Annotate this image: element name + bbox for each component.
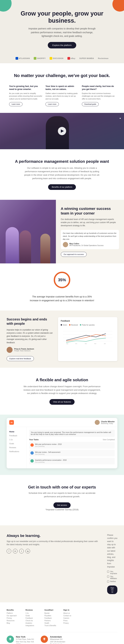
- footer-link-1on1s[interactable]: 1:1s: [26, 612, 42, 614]
- logo-shopify: SHOPIFY: [34, 57, 46, 60]
- instagram-icon[interactable]: ig: [26, 549, 30, 554]
- cs-quote-text: Our team has collectively set up hundred…: [63, 232, 117, 240]
- footer-link-approach[interactable]: Our approach: [6, 615, 23, 616]
- feedback-chart-area: Sep Oct Nov Dec Jan: [61, 328, 115, 344]
- feedback-chart-title: Feedback: [61, 320, 115, 322]
- newsletter-checkbox-2[interactable]: Yes, Affiliates: [107, 576, 118, 580]
- legend-given-dot: [61, 324, 62, 326]
- newsletter-description: Sign up to our newsletter and join a com…: [6, 540, 100, 546]
- task-info-2: Mid-year review - Self-assessment Due ye…: [35, 451, 60, 455]
- footer-link-blog[interactable]: Blog: [6, 622, 23, 624]
- footer-link-careers[interactable]: Careers: [63, 617, 80, 619]
- footer-link-resources[interactable]: Resources: [6, 620, 23, 622]
- checkbox-3-icon: [107, 580, 109, 582]
- amsterdam-city-name: Amsterdam: [50, 636, 65, 638]
- footer-link-analytics[interactable]: Analytics: [26, 622, 42, 624]
- social-icons: f in t ig: [6, 549, 100, 554]
- footer-col-goodstart-heading: GoodStart: [44, 609, 61, 611]
- footer-link-checkins[interactable]: Check-ins: [26, 620, 42, 622]
- subscribe-button[interactable]: Sign me up: [107, 586, 118, 594]
- challenge-card-1-button[interactable]: Learn more: [9, 102, 22, 106]
- newsletter-checkbox-3[interactable]: Neither: [107, 580, 118, 582]
- linkedin-icon[interactable]: in: [13, 549, 18, 554]
- task-icon-2: [30, 451, 34, 454]
- performance-cta-button[interactable]: Benefits of our platform: [48, 184, 76, 190]
- dashboard-tasks-header: Your Tasks View Completed: [29, 438, 115, 440]
- challenge-headline: No matter your challenge, we've got your…: [6, 73, 118, 78]
- cs-approach-button[interactable]: Our approach to success: [61, 252, 87, 257]
- newsletter-checkbox-1[interactable]: Yes, Impraise: [107, 570, 118, 574]
- svg-text:Dec: Dec: [94, 343, 96, 344]
- task-text-1: Mid-year performance review - 2018: [35, 443, 62, 446]
- challenge-card-3-button[interactable]: Download guide: [82, 102, 99, 106]
- dashboard-preview-section: im Charlie Wheeler Marketing Today Home …: [0, 415, 124, 475]
- task-date-3: Due yesterday: [35, 462, 67, 463]
- challenge-card-2-title: Your time is spent on admin tasks, not o…: [46, 85, 78, 91]
- task-item-1[interactable]: Mid-year performance review - 2018 Due y…: [29, 442, 115, 448]
- play-triangle-icon: [61, 130, 64, 133]
- footer-link-privacy[interactable]: Privacy: [63, 622, 80, 624]
- footer-link-partners[interactable]: Partners: [44, 620, 61, 622]
- svg-text:Jan: Jan: [104, 343, 106, 344]
- footer-link-press[interactable]: Press: [63, 620, 80, 622]
- challenge-card-2-button[interactable]: Learn more: [46, 102, 59, 106]
- footer-link-trust[interactable]: Trust & Benefits: [44, 625, 61, 626]
- nav-notifications[interactable]: Notifications: [9, 450, 24, 454]
- flexible-cta-button[interactable]: View all our features: [50, 399, 75, 405]
- nav-1on1s[interactable]: 1:1s: [9, 438, 24, 442]
- task-item-3[interactable]: Quarterly performance conversation - 201…: [29, 458, 115, 464]
- logo-docusign: DOCUSIGN: [50, 57, 63, 60]
- footer-link-goals[interactable]: Goals: [26, 615, 42, 616]
- legend-pulse-dot: [80, 324, 81, 326]
- dashboard-main: You are trying to speak your proposal. T…: [26, 427, 118, 468]
- dashboard-notification: You are trying to speak your proposal. T…: [29, 430, 115, 437]
- legend-received: Received: [69, 324, 78, 326]
- footer-link-integrations[interactable]: Integrations: [26, 625, 42, 626]
- footer-link-pricing[interactable]: Pricing: [6, 617, 23, 619]
- challenge-card-3-desc: Explore the most common business challen…: [82, 92, 115, 100]
- task-info-3: Quarterly performance conversation - 201…: [35, 459, 67, 463]
- twitter-icon[interactable]: t: [19, 549, 24, 554]
- task-icon-1: [30, 444, 34, 447]
- footer-link-about[interactable]: About us: [63, 612, 80, 614]
- performance-headline: A performance management solution people…: [6, 159, 118, 164]
- ebay-icon: [68, 57, 70, 60]
- view-completed[interactable]: View Completed: [103, 439, 115, 440]
- experts-cta-button[interactable]: Get access: [54, 502, 70, 508]
- cs-avatar-image: [63, 242, 68, 247]
- office-amsterdam: Amsterdam Wibautstraat 2241097 DN Amster…: [41, 636, 65, 644]
- nav-goals[interactable]: Goals: [9, 442, 24, 446]
- hero-cta-button[interactable]: Explore the platform: [48, 42, 76, 48]
- task-date-2: Due yesterday: [35, 454, 60, 455]
- dashboard-header: im Charlie Wheeler Marketing Today: [6, 418, 118, 427]
- nav-home[interactable]: Home: [9, 430, 24, 434]
- stats-percentage: 35%: [58, 278, 66, 282]
- cs-avatar-info: Mary Collins HR Practitioner, Sr Global …: [70, 243, 104, 246]
- newyork-office-info: New York 11 Park Place, Suite 911New Yor…: [16, 636, 34, 644]
- footer-link-feedback2[interactable]: Feedback: [44, 617, 61, 619]
- footer-link-byeder[interactable]: Byeder: [44, 612, 61, 614]
- footer-link-royalties[interactable]: Royalties: [44, 615, 61, 616]
- cs-avatar-name: Mary Collins: [70, 243, 104, 244]
- challenge-card-2-desc: Gather value is wasted by making goals r…: [46, 92, 78, 100]
- task-item-2[interactable]: Mid-year review - Self-assessment Due ye…: [29, 450, 115, 456]
- dashboard-logo-text: im: [10, 422, 12, 424]
- facebook-icon[interactable]: f: [6, 549, 11, 554]
- footer-link-feedback[interactable]: Feedback: [26, 617, 42, 619]
- feedback-explore-button[interactable]: Explore real-time feedback: [6, 356, 34, 361]
- footer-link-contact[interactable]: Contact us: [63, 615, 80, 616]
- footer-link-health[interactable]: Health: [44, 622, 61, 624]
- nav-reviews[interactable]: Reviews: [9, 446, 24, 450]
- hero-section: Grow your people, grow your business. Im…: [0, 0, 124, 55]
- cs-description: Our dedicated team of HR and change mana…: [61, 218, 119, 228]
- footer-col-signin-heading: Sign In: [63, 609, 80, 611]
- footer-col-reviews: Reviews 1:1s Goals Feedback Check-ins An…: [26, 609, 42, 627]
- nav-feedback[interactable]: Feedback: [9, 434, 24, 438]
- svg-text:Nov: Nov: [85, 343, 87, 344]
- experts-footnote: *Impraise Customer Survey (2018): [27, 508, 97, 512]
- dashboard-avatar: [95, 420, 100, 425]
- svg-text:Oct: Oct: [76, 343, 77, 344]
- logo-rocketman: Rocketman: [98, 57, 108, 59]
- footer-link-platform[interactable]: Platform: [6, 612, 23, 614]
- docusign-icon: [50, 57, 52, 60]
